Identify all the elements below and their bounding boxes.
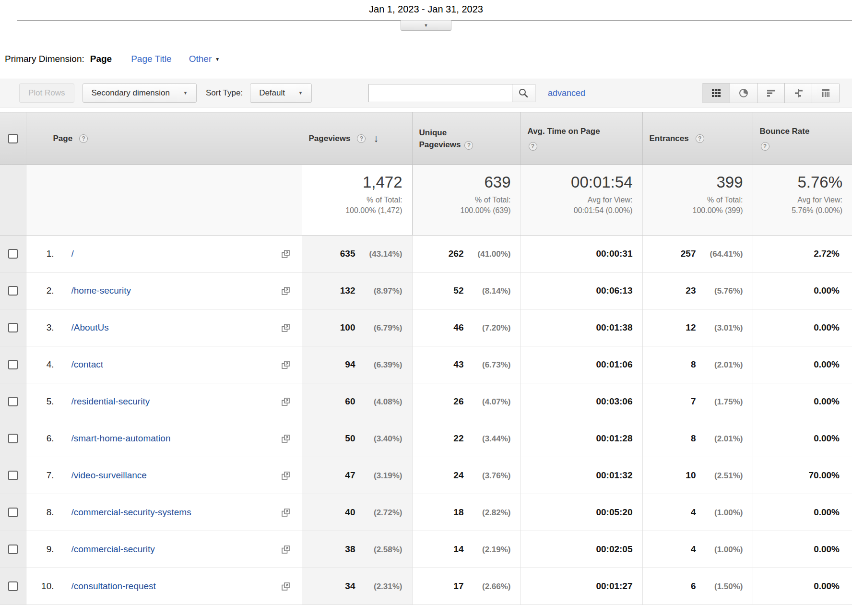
column-header-entrances[interactable]: Entrances ?	[642, 112, 753, 165]
unique-pageviews-value: 52	[453, 285, 463, 296]
help-icon[interactable]: ?	[357, 134, 366, 143]
help-icon[interactable]: ?	[464, 141, 473, 150]
unique-pageviews-cell: 17(2.66%)	[412, 568, 521, 605]
open-in-new-window-icon[interactable]	[281, 508, 290, 517]
plot-rows-button[interactable]: Plot Rows	[19, 83, 74, 103]
page-link[interactable]: /home-security	[71, 285, 131, 296]
table-summary-row: 1,472 % of Total: 100.00% (1,472) 639 % …	[0, 165, 852, 236]
primary-dimension-other-label[interactable]: Other	[189, 54, 212, 64]
row-checkbox-cell	[0, 420, 26, 457]
page-cell: 5. /residential-security	[26, 383, 302, 420]
table-header-row: Page ? Pageviews ? ↓ Unique Pageviews?	[0, 112, 852, 165]
row-checkbox[interactable]	[8, 581, 18, 591]
performance-view-button[interactable]	[757, 83, 784, 103]
primary-dimension-page[interactable]: Page	[90, 54, 112, 64]
advanced-search-link[interactable]: advanced	[548, 88, 585, 98]
primary-dimension-other[interactable]: Other ▼	[189, 54, 220, 64]
row-checkbox[interactable]	[8, 434, 18, 443]
open-in-new-window-icon[interactable]	[281, 360, 290, 369]
avg-time-cell: 00:01:38	[521, 309, 642, 346]
primary-dimension-page-title[interactable]: Page Title	[131, 54, 172, 64]
column-header-bounce-rate[interactable]: Bounce Rate ?	[753, 112, 852, 165]
column-header-avg-time[interactable]: Avg. Time on Page ?	[521, 112, 642, 165]
open-in-new-window-icon[interactable]	[281, 434, 290, 443]
summary-bounce-sub2: 5.76% (0.00%)	[753, 205, 843, 216]
search-input[interactable]	[368, 84, 512, 102]
date-panel-collapse-toggle[interactable]: ▼	[401, 20, 451, 31]
help-icon[interactable]: ?	[79, 134, 88, 143]
page-link[interactable]: /consultation-request	[71, 581, 156, 592]
page-link[interactable]: /contact	[71, 359, 104, 370]
row-checkbox[interactable]	[8, 545, 18, 554]
secondary-dimension-dropdown[interactable]: Secondary dimension ▼	[83, 83, 197, 103]
page-cell: 2. /home-security	[26, 272, 302, 309]
sort-descending-icon[interactable]: ↓	[373, 133, 379, 143]
open-in-new-window-icon[interactable]	[281, 286, 290, 296]
avg-time-value: 00:06:13	[596, 285, 632, 296]
summary-entrances-sub1: % of Total:	[643, 195, 743, 205]
entrances-percent: (3.01%)	[696, 323, 743, 333]
percentage-view-button[interactable]	[730, 83, 757, 103]
row-checkbox[interactable]	[8, 323, 18, 332]
row-checkbox-cell	[0, 383, 26, 420]
table-row: 8. /commercial-security-systems 40(2.72%…	[0, 494, 852, 531]
entrances-percent: (1.50%)	[696, 582, 743, 592]
search-button[interactable]	[512, 84, 535, 102]
page-link[interactable]: /video-surveillance	[71, 470, 147, 481]
open-in-new-window-icon[interactable]	[281, 582, 290, 591]
help-icon[interactable]: ?	[529, 142, 537, 151]
help-icon[interactable]: ?	[761, 142, 769, 151]
row-checkbox[interactable]	[8, 249, 18, 259]
page-link[interactable]: /	[71, 249, 74, 259]
bounce-rate-value: 0.00%	[814, 322, 840, 332]
date-range[interactable]: Jan 1, 2023 - Jan 31, 2023	[0, 0, 852, 15]
page-link[interactable]: /AboutUs	[71, 322, 109, 333]
open-in-new-window-icon[interactable]	[281, 397, 290, 406]
row-checkbox[interactable]	[8, 286, 18, 296]
pivot-view-button[interactable]	[812, 83, 839, 103]
bounce-rate-cell: 0.00%	[753, 346, 852, 383]
row-checkbox[interactable]	[8, 360, 18, 369]
row-checkbox[interactable]	[8, 508, 18, 517]
sort-type-dropdown[interactable]: Default ▼	[250, 83, 312, 103]
summary-entrances: 399 % of Total: 100.00% (399)	[642, 165, 753, 236]
avg-time-cell: 00:00:31	[521, 236, 642, 272]
open-in-new-window-icon[interactable]	[281, 545, 290, 554]
open-in-new-window-icon[interactable]	[281, 323, 290, 332]
column-header-pageviews[interactable]: Pageviews ? ↓	[302, 112, 412, 165]
open-in-new-window-icon[interactable]	[281, 471, 290, 480]
select-all-cell	[0, 112, 26, 165]
table-row: 9. /commercial-security 38(2.58%) 14(2.1…	[0, 531, 852, 568]
select-all-checkbox[interactable]	[8, 134, 18, 143]
row-rank: 10.	[26, 581, 54, 592]
chevron-down-icon: ▼	[424, 24, 428, 28]
page-link[interactable]: /commercial-security-systems	[71, 507, 191, 518]
page-cell: 4. /contact	[26, 346, 302, 383]
comparison-view-button[interactable]	[784, 83, 812, 103]
page-link[interactable]: /residential-security	[71, 396, 150, 407]
row-rank: 3.	[26, 322, 54, 333]
help-icon[interactable]: ?	[696, 134, 704, 143]
pageviews-percent: (3.40%)	[355, 434, 402, 444]
row-checkbox[interactable]	[8, 471, 18, 480]
row-rank: 5.	[26, 396, 54, 407]
unique-pageviews-cell: 43(6.73%)	[412, 346, 521, 383]
pageviews-cell: 60(4.08%)	[302, 383, 412, 420]
primary-dimension-label: Primary Dimension:	[5, 54, 84, 64]
table-view-button[interactable]	[702, 83, 730, 103]
unique-pageviews-percent: (3.44%)	[464, 434, 511, 444]
page-link[interactable]: /commercial-security	[71, 544, 155, 555]
secondary-dimension-label: Secondary dimension	[92, 88, 170, 98]
entrances-percent: (2.01%)	[696, 360, 743, 370]
entrances-percent: (2.51%)	[696, 471, 743, 481]
column-header-page[interactable]: Page ?	[26, 112, 302, 165]
table-row: 4. /contact 94(6.39%) 43(6.73%) 00:01:06…	[0, 346, 852, 383]
page-link[interactable]: /smart-home-automation	[71, 433, 171, 444]
open-in-new-window-icon[interactable]	[281, 249, 290, 259]
entrances-percent: (1.00%)	[696, 508, 743, 518]
column-header-unique-pageviews[interactable]: Unique Pageviews?	[412, 112, 521, 165]
summary-entrances-sub2: 100.00% (399)	[643, 205, 743, 216]
pageviews-cell: 40(2.72%)	[302, 494, 412, 531]
entrances-percent: (2.01%)	[696, 434, 743, 444]
row-checkbox[interactable]	[8, 397, 18, 406]
